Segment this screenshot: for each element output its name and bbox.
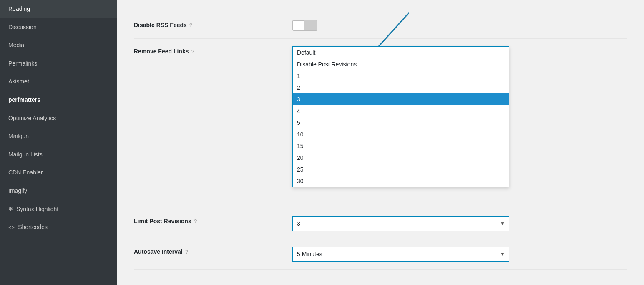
sidebar-item-cdn-enabler[interactable]: CDN Enabler xyxy=(0,164,117,182)
sidebar-item-media[interactable]: Media xyxy=(0,36,117,55)
sidebar-item-mailgun[interactable]: Mailgun xyxy=(0,127,117,146)
sidebar: Reading Discussion Media Permalinks Akis… xyxy=(0,0,117,285)
sidebar-item-akismet[interactable]: Akismet xyxy=(0,73,117,91)
sidebar-item-label: Optimize Analytics xyxy=(8,114,56,123)
dropdown-item-disable-post-revisions[interactable]: Disable Post Revisions xyxy=(293,58,509,70)
limit-post-revisions-label: Limit Post Revisions ? xyxy=(134,216,292,224)
sidebar-item-shortcodes[interactable]: <> Shortcodes xyxy=(0,218,117,237)
sidebar-item-label: Mailgun Lists xyxy=(8,151,43,159)
syntax-highlight-icon: ✱ xyxy=(8,205,13,213)
sidebar-item-perfmatters[interactable]: perfmatters xyxy=(0,91,117,109)
sidebar-item-label: Mailgun xyxy=(8,132,29,141)
sidebar-item-permalinks[interactable]: Permalinks xyxy=(0,55,117,73)
dropdown-item-5[interactable]: 5 xyxy=(293,117,509,129)
sidebar-item-syntax-highlight[interactable]: ✱ Syntax Highlight xyxy=(0,200,117,219)
remove-feed-links-help-icon[interactable]: ? xyxy=(191,48,195,55)
sidebar-item-optimize-analytics[interactable]: Optimize Analytics xyxy=(0,109,117,128)
remove-feed-links-label: Remove Feed Links ? xyxy=(134,46,292,55)
dropdown-item-15[interactable]: 15 xyxy=(293,140,509,152)
limit-post-revisions-select-wrapper: Default 1 2 3 4 5 ▼ xyxy=(292,216,509,231)
dropdown-item-25[interactable]: 25 xyxy=(293,164,509,175)
dropdown-item-3-selected[interactable]: 3 xyxy=(293,93,509,105)
autosave-interval-select-wrapper: 1 Minute 2 Minutes 5 Minutes 10 Minutes … xyxy=(292,247,509,262)
disable-rss-feeds-label: Disable RSS Feeds ? xyxy=(134,20,292,28)
disable-rss-feeds-row: Disable RSS Feeds ? xyxy=(134,13,627,39)
dropdown-item-30[interactable]: 30 xyxy=(293,175,509,187)
disable-rss-feeds-control xyxy=(292,20,627,31)
sidebar-item-label: Imagify xyxy=(8,187,27,195)
settings-table: Disable RSS Feeds ? Remove Feed Links ? … xyxy=(134,13,627,270)
sidebar-item-label: Akismet xyxy=(8,78,29,86)
sidebar-item-discussion[interactable]: Discussion xyxy=(0,18,117,37)
sidebar-item-label: perfmatters xyxy=(8,96,40,104)
remove-feed-links-dropdown[interactable]: Default Disable Post Revisions 1 2 3 4 5… xyxy=(292,46,509,187)
toggle-knob xyxy=(293,20,304,30)
disable-rss-feeds-toggle[interactable] xyxy=(292,20,317,31)
dropdown-item-10[interactable]: 10 xyxy=(293,129,509,140)
autosave-interval-select[interactable]: 1 Minute 2 Minutes 5 Minutes 10 Minutes xyxy=(292,247,509,262)
sidebar-item-imagify[interactable]: Imagify xyxy=(0,182,117,200)
remove-feed-links-control: Default Disable Post Revisions 1 2 3 4 5… xyxy=(292,46,627,205)
shortcodes-icon: <> xyxy=(8,224,15,231)
remove-feed-links-row: Remove Feed Links ? Default Disable Post… xyxy=(134,39,627,205)
limit-post-revisions-row: Limit Post Revisions ? Default 1 2 3 4 5… xyxy=(134,209,627,239)
sidebar-item-label: Discussion xyxy=(8,23,37,32)
limit-post-revisions-select[interactable]: Default 1 2 3 4 5 xyxy=(292,216,509,231)
sidebar-item-label: Permalinks xyxy=(8,60,37,68)
sidebar-item-reading[interactable]: Reading xyxy=(0,0,117,18)
dropdown-item-4[interactable]: 4 xyxy=(293,105,509,117)
sidebar-item-label: Shortcodes xyxy=(18,223,48,232)
dropdown-item-20[interactable]: 20 xyxy=(293,152,509,164)
dropdown-item-1[interactable]: 1 xyxy=(293,70,509,82)
autosave-interval-control: 1 Minute 2 Minutes 5 Minutes 10 Minutes … xyxy=(292,247,627,262)
autosave-interval-label: Autosave Interval ? xyxy=(134,247,292,255)
autosave-interval-help-icon[interactable]: ? xyxy=(185,249,189,255)
main-content: Disable RSS Feeds ? Remove Feed Links ? … xyxy=(117,0,644,285)
sidebar-item-label: Media xyxy=(8,41,24,50)
autosave-interval-row: Autosave Interval ? 1 Minute 2 Minutes 5… xyxy=(134,239,627,270)
sidebar-item-label: Syntax Highlight xyxy=(16,205,58,214)
dropdown-item-default[interactable]: Default xyxy=(293,47,509,58)
dropdown-item-2[interactable]: 2 xyxy=(293,82,509,93)
limit-post-revisions-help-icon[interactable]: ? xyxy=(194,218,197,224)
sidebar-item-label: CDN Enabler xyxy=(8,169,43,177)
sidebar-item-label: Reading xyxy=(8,5,30,13)
sidebar-item-mailgun-lists[interactable]: Mailgun Lists xyxy=(0,146,117,164)
limit-post-revisions-control: Default 1 2 3 4 5 ▼ xyxy=(292,216,627,231)
disable-rss-feeds-help-icon[interactable]: ? xyxy=(189,22,193,28)
